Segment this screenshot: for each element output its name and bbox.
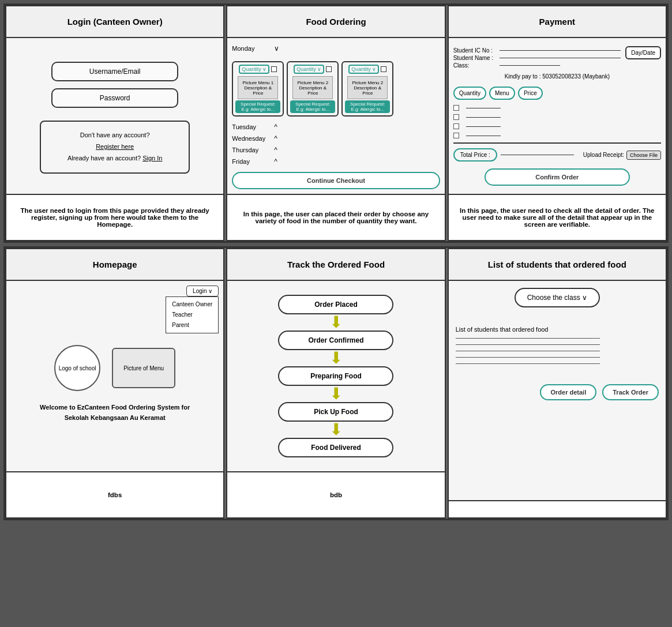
step-food-delivered: Food Delivered [278, 438, 393, 457]
payment-table-headers: Quantity Menu Price [453, 87, 543, 100]
monday-label: Monday ∨ [232, 43, 279, 54]
wednesday-row: Wednesday ^ [232, 134, 277, 142]
welcome-line2: Sekolah Kebangsaan Au Keramat [11, 413, 219, 423]
step-order-confirmed: Order Confirmed [278, 331, 393, 350]
price-header: Price [518, 87, 543, 100]
menu-image-2: Picture Menu 2 Description & Price [292, 76, 333, 99]
bottom-grid: Homepage Login ∨ Canteen Owner Teacher P… [3, 246, 669, 520]
choose-class-button[interactable]: Choose the class ∨ [515, 288, 600, 307]
menu-image-3: Picture Menu 2 Description & Price [347, 76, 388, 99]
register-box: Don't have any account? Register here Al… [40, 121, 190, 173]
student-line-2 [456, 344, 600, 345]
upload-label: Upload Receipt: [583, 152, 624, 158]
class-row: Class: [453, 62, 621, 69]
row-checkbox-1[interactable] [453, 105, 459, 111]
dropdown-item-parent[interactable]: Parent [172, 320, 212, 331]
food-ordering-header: Food Ordering [227, 6, 444, 38]
signin-link[interactable]: Sign In [142, 155, 162, 162]
dropdown-item-canteen-owner[interactable]: Canteen Owner [172, 299, 212, 310]
food-ordering-footer: In this page, the user can placed their … [227, 194, 444, 240]
qty-select-3[interactable]: Quantity ∨ [348, 65, 379, 74]
login-dropdown-menu: Canteen Owner Teacher Parent [166, 296, 219, 333]
special-req-3[interactable]: Special Request: E.g: Allergic to... [345, 100, 390, 113]
row-checkbox-2[interactable] [453, 114, 459, 120]
arrow-1: ⬇ [329, 314, 343, 331]
payment-cell: Payment Student IC No : Student Name : C… [448, 5, 667, 241]
table-row-1 [453, 105, 501, 111]
students-list-cell: List of students that ordered food Choos… [448, 248, 667, 519]
menu-checkbox-3[interactable] [381, 66, 386, 72]
students-list-body: Choose the class ∨ List of students that… [449, 281, 666, 500]
track-steps: Order Placed ⬇ Order Confirmed ⬇ Prepari… [234, 288, 437, 464]
daydate-button[interactable]: Day/Date [625, 46, 661, 59]
students-list-header: List of students that ordered food [449, 249, 666, 281]
table-row-3 [453, 123, 501, 129]
login-footer: The user need to login from this page pr… [6, 194, 223, 240]
row-checkbox-4[interactable] [453, 133, 459, 138]
menu-card-3: Quantity ∨ Picture Menu 2 Description & … [341, 61, 393, 117]
login-dropdown-button[interactable]: Login ∨ [186, 286, 219, 296]
track-food-header: Track the Ordered Food [227, 249, 444, 281]
student-line-4 [456, 357, 600, 358]
student-line-1 [456, 338, 600, 339]
menu-checkbox-2[interactable] [326, 66, 332, 72]
menu-picture: Picture of Menu [112, 348, 175, 388]
kindly-pay-text: Kindly pay to : 503052008233 (Maybank) [453, 73, 661, 80]
upload-receipt-area: Upload Receipt: Choose File [583, 151, 661, 160]
tuesday-row: Tuesday ^ [232, 123, 277, 131]
signin-text: Already have an account? [67, 155, 141, 162]
top-grid: Login (Canteen Owner) Username/Email Pas… [3, 3, 669, 243]
student-line-5 [456, 363, 600, 364]
track-order-button[interactable]: Track Order [602, 384, 659, 400]
special-req-2[interactable]: Special Request: E.g: Allergic to... [290, 100, 335, 113]
step-preparing-food: Preparing Food [278, 366, 393, 386]
step-pick-up-food: Pick Up Food [278, 402, 393, 422]
confirm-order-button[interactable]: Confirm Order [485, 168, 630, 186]
quantity-header: Quantity [453, 87, 486, 100]
qty-select-2[interactable]: Quantity ∨ [294, 65, 324, 74]
continue-checkout-button[interactable]: Continue Checkout [232, 172, 440, 189]
payment-header: Payment [449, 6, 666, 38]
username-field[interactable]: Username/Email [51, 62, 178, 81]
step-order-placed: Order Placed [278, 295, 393, 314]
order-detail-button[interactable]: Order detail [540, 384, 596, 400]
students-list-label: List of students that ordered food [456, 326, 549, 333]
student-ic-row: Student IC No : [453, 47, 621, 54]
students-action-buttons: Order detail Track Order [456, 384, 659, 400]
table-row-4 [453, 133, 501, 138]
food-ordering-body: Monday ∨ Quantity ∨ Picture Menu 1 Descr… [227, 38, 444, 194]
menu-checkbox-1[interactable] [271, 66, 277, 72]
password-field[interactable]: Password [51, 88, 178, 108]
homepage-logos: Logo of school Picture of Menu [11, 345, 219, 391]
friday-row: Friday ^ [232, 157, 277, 166]
choose-file-button[interactable]: Choose File [626, 151, 661, 160]
menu-header: Menu [489, 87, 515, 100]
login-header: Login (Canteen Owner) [6, 6, 223, 38]
login-cell: Login (Canteen Owner) Username/Email Pas… [5, 5, 224, 241]
login-dropdown-area: Login ∨ Canteen Owner Teacher Parent [11, 286, 219, 333]
food-ordering-cell: Food Ordering Monday ∨ Quantity ∨ Pictur… [226, 5, 445, 241]
track-food-footer: bdb [227, 471, 444, 517]
dropdown-item-teacher[interactable]: Teacher [172, 310, 212, 320]
table-row-2 [453, 114, 501, 120]
menu-image-1: Picture Menu 1 Description & Price [238, 76, 278, 99]
total-upload-row: Total Price : Upload Receipt: Choose Fil… [453, 148, 661, 162]
total-price-label: Total Price : [453, 148, 497, 162]
special-req-1[interactable]: Special Request: E.g: Allergic to... [235, 100, 280, 113]
school-logo: Logo of school [54, 345, 100, 391]
welcome-line1: Welcome to EzCanteen Food Ordering Syste… [11, 403, 219, 413]
row-checkbox-3[interactable] [453, 123, 459, 129]
student-line-3 [456, 351, 600, 351]
register-link[interactable]: Register here [96, 143, 134, 150]
homepage-footer: fdbs [6, 471, 223, 517]
track-food-cell: Track the Ordered Food Order Placed ⬇ Or… [226, 248, 445, 519]
homepage-welcome: Welcome to EzCanteen Food Ordering Syste… [11, 403, 219, 423]
arrow-3: ⬇ [329, 386, 343, 402]
no-account-text: Don't have any account? [49, 130, 181, 141]
student-name-row: Student Name : [453, 55, 621, 61]
login-body: Username/Email Password Don't have any a… [6, 38, 223, 194]
track-food-body: Order Placed ⬇ Order Confirmed ⬇ Prepari… [227, 281, 444, 471]
menu-card-2: Quantity ∨ Picture Menu 2 Description & … [287, 61, 339, 117]
qty-select-1[interactable]: Quantity ∨ [239, 65, 269, 74]
arrow-4: ⬇ [329, 422, 343, 438]
